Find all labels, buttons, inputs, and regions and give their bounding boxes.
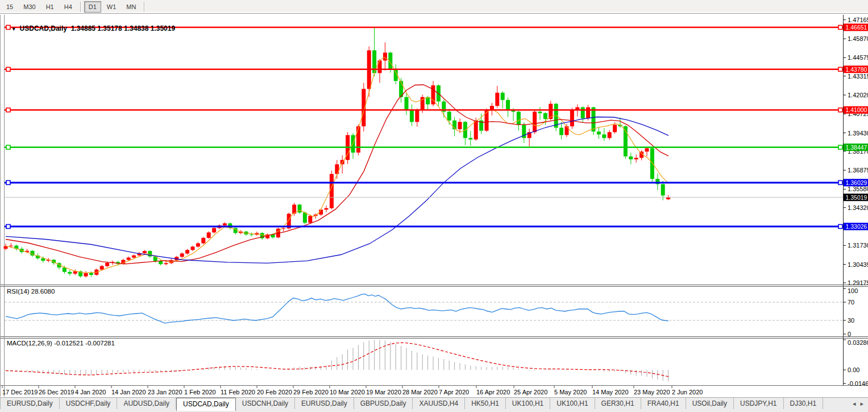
- price-axis-label: 1.29175: [848, 279, 868, 286]
- symbol-tab-ger30[interactable]: GER30,H1: [595, 398, 641, 409]
- timeframe-button-d1[interactable]: D1: [84, 1, 101, 13]
- symbol-tab-dj30[interactable]: DJ30,H1: [784, 398, 824, 409]
- symbol-tab-fra40[interactable]: FRA40,H1: [641, 398, 686, 409]
- line-handle-right[interactable]: [838, 180, 842, 184]
- price-axis-label: 1.30435: [848, 261, 868, 268]
- svg-text:1.43780: 1.43780: [846, 66, 867, 73]
- rsi-axis-label: 0: [848, 331, 851, 337]
- symbol-tab-audusd[interactable]: AUDUSD,Daily: [117, 398, 176, 409]
- svg-text:1.33026: 1.33026: [846, 223, 867, 230]
- price-axis-label: 1.31730: [848, 242, 868, 249]
- svg-text:1.46651: 1.46651: [846, 24, 867, 31]
- symbol-tab-gbpusd[interactable]: GBPUSD,Daily: [354, 398, 413, 409]
- price-badge: 1.41000: [844, 106, 868, 114]
- line-handle-left[interactable]: [6, 225, 10, 229]
- line-handle-right[interactable]: [838, 225, 842, 229]
- symbol-tab-usdchf[interactable]: USDCHF,Daily: [60, 398, 118, 409]
- chart-title: ▼USDCAD,Daily 1.34885 1.35178 1.34838 1.…: [7, 17, 175, 32]
- price-axis-label: 1.44575: [848, 54, 868, 61]
- date-axis-label: 23 Jan 2020: [148, 389, 182, 395]
- price-badge: 1.36029: [844, 179, 868, 186]
- tab-scroll-left-icon[interactable]: ◂: [853, 400, 856, 407]
- chart-ohlc-values: 1.34885 1.35178 1.34838 1.35019: [71, 24, 176, 32]
- line-handle-right[interactable]: [838, 108, 842, 112]
- symbol-tab-uk100[interactable]: UK100,H1: [550, 398, 595, 409]
- date-axis-label: 17 Dec 2019: [2, 389, 38, 395]
- date-axis-label: 20 Feb 2020: [257, 389, 292, 395]
- price-axis-label: 1.35580: [848, 186, 868, 192]
- symbol-tab-eurusd[interactable]: EURUSD,Daily: [0, 398, 60, 409]
- date-axis-label: 1 Feb 2020: [184, 389, 216, 395]
- line-handle-right[interactable]: [838, 26, 842, 30]
- price-axis-label: 1.36875: [848, 167, 868, 174]
- price-axis-label: 1.42020: [848, 92, 868, 98]
- price-badge: 1.35019: [844, 193, 868, 201]
- date-axis-label: 14 Jan 2020: [111, 389, 146, 395]
- date-axis-label: 14 May 2020: [592, 389, 629, 395]
- macd-axis-label: 0.032807: [848, 339, 868, 346]
- rsi-axis-label: 100: [848, 287, 858, 294]
- line-handle-right[interactable]: [838, 145, 842, 149]
- svg-text:1.35019: 1.35019: [846, 194, 867, 201]
- price-badge: 1.38447: [844, 143, 868, 151]
- date-axis-label: 10 Mar 2020: [330, 389, 365, 395]
- price-badge: 1.33026: [844, 223, 868, 230]
- line-handle-left[interactable]: [6, 145, 10, 149]
- date-axis-label: 25 Apr 2020: [514, 389, 547, 395]
- symbol-tab-hk50[interactable]: HK50,H1: [465, 398, 506, 409]
- price-axis-label: 1.34320: [848, 204, 868, 211]
- timeframe-button-m30[interactable]: M30: [19, 1, 40, 13]
- timeframe-button-w1[interactable]: W1: [102, 1, 121, 13]
- price-axis-label: 1.43315: [848, 73, 868, 80]
- timeframe-toolbar: 15M30H1H4D1W1MN: [0, 0, 868, 14]
- date-axis-label: 5 May 2020: [554, 389, 587, 395]
- svg-text:1.36029: 1.36029: [846, 179, 867, 186]
- date-axis-label: 2 Jun 2020: [672, 389, 703, 395]
- rsi-axis-label: 30: [848, 317, 854, 324]
- price-badge: 1.43780: [844, 65, 868, 73]
- symbol-tab-eurusd[interactable]: EURUSD,Daily: [295, 398, 354, 409]
- macd-indicator-label: MACD(12,26,9) -0.012521 -0.007281: [7, 340, 115, 347]
- symbol-tab-uk100[interactable]: UK100,H1: [506, 398, 550, 409]
- timeframe-button-h1[interactable]: H1: [41, 1, 59, 13]
- date-axis-label: 19 Mar 2020: [366, 389, 401, 395]
- symbol-tab-usoil[interactable]: USOil,Daily: [686, 398, 734, 409]
- line-handle-left[interactable]: [6, 67, 10, 71]
- pane-separator[interactable]: [0, 337, 868, 339]
- pane-separator[interactable]: [0, 285, 868, 287]
- macd-axis-label: -0.014674: [848, 380, 868, 387]
- date-axis-label: 29 Feb 2020: [293, 389, 329, 395]
- price-badge: 1.46651: [844, 24, 868, 31]
- line-handle-left[interactable]: [6, 180, 10, 184]
- price-axis-label: 1.47165: [848, 17, 868, 23]
- timeframe-button-h4[interactable]: H4: [60, 1, 77, 13]
- tab-scroll-right-icon[interactable]: ▸: [860, 400, 863, 407]
- date-axis-label: 16 Apr 2020: [476, 389, 510, 395]
- line-handle-right[interactable]: [838, 67, 842, 71]
- price-axis-label: 1.45870: [848, 35, 868, 42]
- svg-text:1.38447: 1.38447: [846, 144, 867, 151]
- price-axis-label: 1.39430: [848, 130, 868, 137]
- rsi-indicator-label: RSI(14) 28.6080: [7, 288, 55, 295]
- chart-symbol-label: USDCAD,Daily: [20, 24, 67, 32]
- timeframe-button-15[interactable]: 15: [2, 1, 18, 13]
- symbol-tab-usdcad[interactable]: USDCAD,Daily: [176, 398, 236, 411]
- toolbar-separator: [80, 2, 81, 12]
- symbol-tab-bar: EURUSD,DailyUSDCHF,DailyAUDUSD,DailyUSDC…: [0, 397, 868, 412]
- chart-canvas: 1.471651.458701.445751.433151.420201.407…: [0, 0, 868, 412]
- symbol-tab-usdcnh[interactable]: USDCNH,Daily: [236, 398, 295, 409]
- macd-axis-label: 0.00: [848, 366, 859, 373]
- symbol-tab-xauusd[interactable]: XAUUSD,H4: [413, 398, 465, 409]
- date-axis-label: 11 Feb 2020: [221, 389, 255, 395]
- svg-text:1.41000: 1.41000: [846, 106, 867, 113]
- line-handle-left[interactable]: [6, 108, 10, 112]
- date-axis-label: 4 Jan 2020: [75, 389, 106, 395]
- chart-background: [0, 15, 868, 397]
- date-axis-label: 7 Apr 2020: [439, 389, 469, 395]
- toolbar-separator: [144, 2, 144, 12]
- rsi-axis-label: 70: [848, 299, 854, 306]
- date-axis-label: 26 Dec 2019: [39, 389, 74, 395]
- symbol-tab-usdjpy[interactable]: USDJPY,H1: [734, 398, 783, 409]
- collapse-arrow-icon[interactable]: ▼: [11, 26, 16, 32]
- timeframe-button-mn[interactable]: MN: [122, 1, 140, 13]
